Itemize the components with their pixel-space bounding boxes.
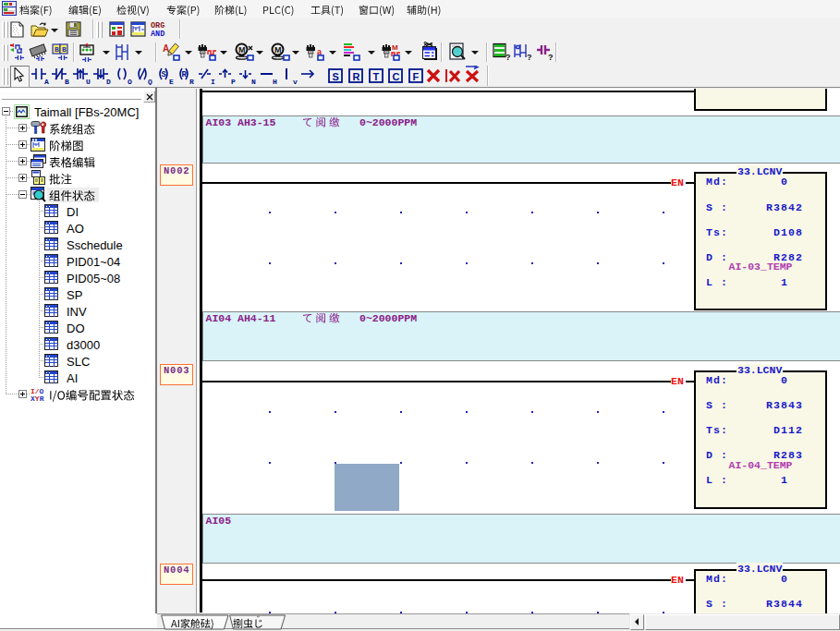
svg-text:XYR: XYR <box>30 394 44 402</box>
svg-text:R: R <box>189 78 194 85</box>
svg-text:?: ? <box>527 53 532 62</box>
svg-text:M: M <box>274 45 282 55</box>
svg-text:R: R <box>353 71 360 82</box>
svg-text:U: U <box>86 78 91 85</box>
svg-text:D: D <box>106 78 111 85</box>
svg-text:v: v <box>293 78 298 85</box>
svg-text:T: T <box>373 71 380 82</box>
svg-text:S: S <box>162 70 167 79</box>
svg-text:?: ? <box>505 53 511 62</box>
svg-text:I: I <box>211 78 215 85</box>
svg-text:?: ? <box>548 53 554 62</box>
svg-text:S: S <box>333 71 339 82</box>
svg-text:O: O <box>128 78 132 85</box>
svg-text:N: N <box>251 78 256 85</box>
svg-text:R: R <box>182 70 188 79</box>
svg-text:B: B <box>65 78 69 85</box>
svg-text:M: M <box>238 45 246 55</box>
svg-text:P: P <box>231 78 236 85</box>
svg-text:B: B <box>55 45 59 54</box>
svg-text:F: F <box>413 71 420 82</box>
svg-text:A: A <box>44 78 49 85</box>
svg-text:Q: Q <box>148 78 152 85</box>
svg-text:B: B <box>62 45 67 54</box>
svg-text:H: H <box>273 78 277 85</box>
svg-text:C: C <box>393 71 400 82</box>
svg-text:E: E <box>169 78 174 85</box>
svg-text:M: M <box>392 43 398 52</box>
